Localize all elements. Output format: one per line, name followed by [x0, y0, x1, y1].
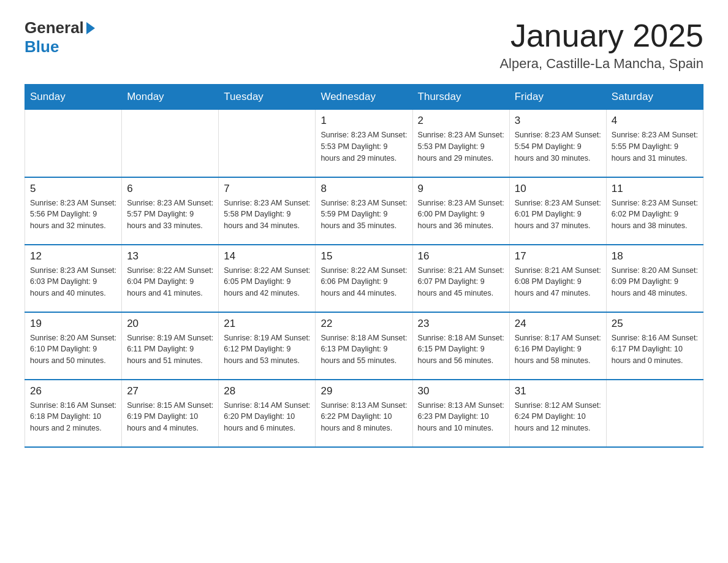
- day-info: Sunrise: 8:18 AM Sunset: 6:15 PM Dayligh…: [418, 332, 504, 367]
- day-info: Sunrise: 8:23 AM Sunset: 5:56 PM Dayligh…: [30, 197, 116, 232]
- day-number: 17: [515, 250, 601, 262]
- day-cell: 6Sunrise: 8:23 AM Sunset: 5:57 PM Daylig…: [122, 177, 219, 245]
- day-cell: 3Sunrise: 8:23 AM Sunset: 5:54 PM Daylig…: [509, 110, 606, 177]
- day-number: 24: [515, 318, 601, 330]
- day-cell: 30Sunrise: 8:13 AM Sunset: 6:23 PM Dayli…: [412, 380, 509, 447]
- day-info: Sunrise: 8:14 AM Sunset: 6:20 PM Dayligh…: [224, 400, 310, 434]
- day-info: Sunrise: 8:22 AM Sunset: 6:05 PM Dayligh…: [224, 265, 310, 299]
- day-cell: 16Sunrise: 8:21 AM Sunset: 6:07 PM Dayli…: [412, 245, 509, 312]
- day-cell: 29Sunrise: 8:13 AM Sunset: 6:22 PM Dayli…: [316, 380, 412, 447]
- day-info: Sunrise: 8:23 AM Sunset: 5:58 PM Dayligh…: [224, 197, 310, 232]
- day-cell: 31Sunrise: 8:12 AM Sunset: 6:24 PM Dayli…: [509, 380, 606, 447]
- day-header-thursday: Thursday: [412, 85, 509, 110]
- day-number: 18: [612, 250, 698, 262]
- calendar-body: 1Sunrise: 8:23 AM Sunset: 5:53 PM Daylig…: [25, 110, 703, 447]
- day-cell: 5Sunrise: 8:23 AM Sunset: 5:56 PM Daylig…: [25, 177, 122, 245]
- day-number: 2: [418, 115, 504, 127]
- day-number: 13: [127, 250, 213, 262]
- day-cell: [122, 110, 219, 177]
- day-cell: 27Sunrise: 8:15 AM Sunset: 6:19 PM Dayli…: [122, 380, 219, 447]
- day-info: Sunrise: 8:16 AM Sunset: 6:18 PM Dayligh…: [30, 400, 116, 434]
- day-info: Sunrise: 8:23 AM Sunset: 5:57 PM Dayligh…: [127, 197, 213, 232]
- day-cell: 9Sunrise: 8:23 AM Sunset: 6:00 PM Daylig…: [412, 177, 509, 245]
- day-info: Sunrise: 8:13 AM Sunset: 6:23 PM Dayligh…: [418, 400, 504, 434]
- day-number: 3: [515, 115, 601, 127]
- day-number: 16: [418, 250, 504, 262]
- day-cell: 20Sunrise: 8:19 AM Sunset: 6:11 PM Dayli…: [122, 312, 219, 380]
- day-cell: 26Sunrise: 8:16 AM Sunset: 6:18 PM Dayli…: [25, 380, 122, 447]
- day-info: Sunrise: 8:21 AM Sunset: 6:08 PM Dayligh…: [515, 265, 601, 299]
- day-info: Sunrise: 8:23 AM Sunset: 5:55 PM Dayligh…: [612, 129, 698, 164]
- day-info: Sunrise: 8:21 AM Sunset: 6:07 PM Dayligh…: [418, 265, 504, 299]
- day-info: Sunrise: 8:20 AM Sunset: 6:10 PM Dayligh…: [30, 332, 116, 367]
- day-info: Sunrise: 8:20 AM Sunset: 6:09 PM Dayligh…: [612, 265, 698, 299]
- day-cell: 24Sunrise: 8:17 AM Sunset: 6:16 PM Dayli…: [509, 312, 606, 380]
- logo: General Blue: [25, 18, 96, 56]
- day-number: 31: [515, 385, 601, 397]
- day-number: 8: [320, 183, 407, 195]
- day-cell: 14Sunrise: 8:22 AM Sunset: 6:05 PM Dayli…: [219, 245, 316, 312]
- day-number: 19: [30, 318, 116, 330]
- logo-general-text: General: [25, 18, 84, 37]
- day-headers-row: SundayMondayTuesdayWednesdayThursdayFrid…: [25, 85, 703, 110]
- day-info: Sunrise: 8:13 AM Sunset: 6:22 PM Dayligh…: [320, 400, 407, 434]
- day-info: Sunrise: 8:16 AM Sunset: 6:17 PM Dayligh…: [612, 332, 698, 367]
- day-number: 7: [224, 183, 310, 195]
- location-subtitle: Alpera, Castille-La Mancha, Spain: [499, 56, 703, 72]
- day-header-friday: Friday: [509, 85, 606, 110]
- title-block: January 2025 Alpera, Castille-La Mancha,…: [499, 18, 703, 72]
- day-info: Sunrise: 8:15 AM Sunset: 6:19 PM Dayligh…: [127, 400, 213, 434]
- day-info: Sunrise: 8:22 AM Sunset: 6:06 PM Dayligh…: [320, 265, 407, 299]
- day-info: Sunrise: 8:19 AM Sunset: 6:11 PM Dayligh…: [127, 332, 213, 367]
- day-number: 25: [612, 318, 698, 330]
- calendar-table: SundayMondayTuesdayWednesdayThursdayFrid…: [25, 84, 703, 448]
- day-header-monday: Monday: [122, 85, 219, 110]
- day-info: Sunrise: 8:23 AM Sunset: 5:53 PM Dayligh…: [320, 129, 407, 164]
- day-info: Sunrise: 8:23 AM Sunset: 5:59 PM Dayligh…: [320, 197, 407, 232]
- day-cell: 25Sunrise: 8:16 AM Sunset: 6:17 PM Dayli…: [606, 312, 703, 380]
- day-info: Sunrise: 8:19 AM Sunset: 6:12 PM Dayligh…: [224, 332, 310, 367]
- week-row-1: 1Sunrise: 8:23 AM Sunset: 5:53 PM Daylig…: [25, 110, 703, 177]
- day-header-tuesday: Tuesday: [219, 85, 316, 110]
- day-header-sunday: Sunday: [25, 85, 122, 110]
- week-row-2: 5Sunrise: 8:23 AM Sunset: 5:56 PM Daylig…: [25, 177, 703, 245]
- day-cell: 28Sunrise: 8:14 AM Sunset: 6:20 PM Dayli…: [219, 380, 316, 447]
- day-number: 9: [418, 183, 504, 195]
- day-number: 5: [30, 183, 116, 195]
- day-info: Sunrise: 8:23 AM Sunset: 6:01 PM Dayligh…: [515, 197, 601, 232]
- day-info: Sunrise: 8:12 AM Sunset: 6:24 PM Dayligh…: [515, 400, 601, 434]
- day-cell: 1Sunrise: 8:23 AM Sunset: 5:53 PM Daylig…: [316, 110, 412, 177]
- day-info: Sunrise: 8:22 AM Sunset: 6:04 PM Dayligh…: [127, 265, 213, 299]
- day-info: Sunrise: 8:17 AM Sunset: 6:16 PM Dayligh…: [515, 332, 601, 367]
- week-row-5: 26Sunrise: 8:16 AM Sunset: 6:18 PM Dayli…: [25, 380, 703, 447]
- day-cell: 10Sunrise: 8:23 AM Sunset: 6:01 PM Dayli…: [509, 177, 606, 245]
- day-cell: 17Sunrise: 8:21 AM Sunset: 6:08 PM Dayli…: [509, 245, 606, 312]
- day-header-wednesday: Wednesday: [316, 85, 412, 110]
- day-cell: 22Sunrise: 8:18 AM Sunset: 6:13 PM Dayli…: [316, 312, 412, 380]
- day-number: 22: [320, 318, 407, 330]
- day-info: Sunrise: 8:23 AM Sunset: 5:53 PM Dayligh…: [418, 129, 504, 164]
- day-cell: 2Sunrise: 8:23 AM Sunset: 5:53 PM Daylig…: [412, 110, 509, 177]
- day-info: Sunrise: 8:23 AM Sunset: 5:54 PM Dayligh…: [515, 129, 601, 164]
- day-number: 27: [127, 385, 213, 397]
- logo-arrow-icon: [86, 22, 95, 34]
- day-number: 14: [224, 250, 310, 262]
- day-info: Sunrise: 8:18 AM Sunset: 6:13 PM Dayligh…: [320, 332, 407, 367]
- day-cell: 13Sunrise: 8:22 AM Sunset: 6:04 PM Dayli…: [122, 245, 219, 312]
- day-info: Sunrise: 8:23 AM Sunset: 6:02 PM Dayligh…: [612, 197, 698, 232]
- day-number: 11: [612, 183, 698, 195]
- day-cell: 23Sunrise: 8:18 AM Sunset: 6:15 PM Dayli…: [412, 312, 509, 380]
- day-number: 20: [127, 318, 213, 330]
- day-number: 12: [30, 250, 116, 262]
- day-number: 26: [30, 385, 116, 397]
- day-cell: 12Sunrise: 8:23 AM Sunset: 6:03 PM Dayli…: [25, 245, 122, 312]
- day-number: 29: [320, 385, 407, 397]
- day-info: Sunrise: 8:23 AM Sunset: 6:03 PM Dayligh…: [30, 265, 116, 299]
- day-cell: 8Sunrise: 8:23 AM Sunset: 5:59 PM Daylig…: [316, 177, 412, 245]
- day-cell: 7Sunrise: 8:23 AM Sunset: 5:58 PM Daylig…: [219, 177, 316, 245]
- week-row-4: 19Sunrise: 8:20 AM Sunset: 6:10 PM Dayli…: [25, 312, 703, 380]
- day-cell: 21Sunrise: 8:19 AM Sunset: 6:12 PM Dayli…: [219, 312, 316, 380]
- day-number: 23: [418, 318, 504, 330]
- day-number: 10: [515, 183, 601, 195]
- day-number: 4: [612, 115, 698, 127]
